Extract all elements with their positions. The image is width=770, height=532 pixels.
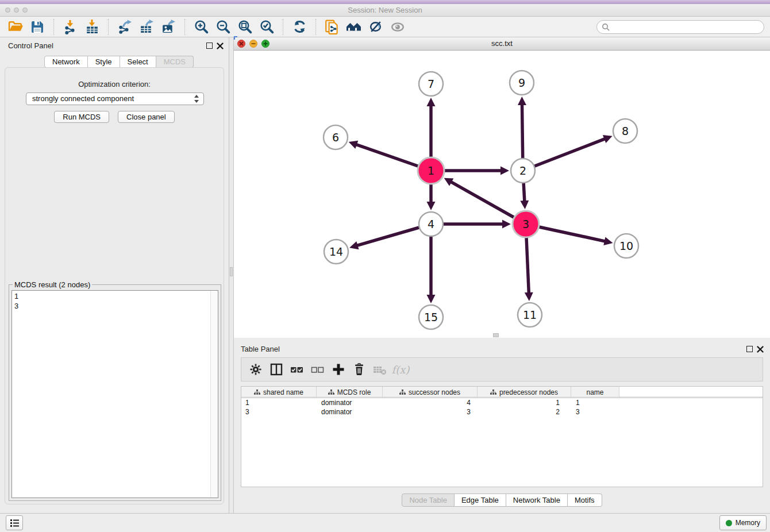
add-column-icon[interactable]: [330, 361, 347, 378]
graph-edge-arrowhead: [500, 167, 509, 175]
table-cell: 3: [241, 407, 317, 417]
mcds-result-title: MCDS result (2 nodes): [13, 280, 92, 289]
column-tree-icon: [399, 390, 406, 395]
main-toolbar: [0, 17, 770, 37]
column-header-predecessor-nodes[interactable]: predecessor nodes: [478, 387, 571, 398]
graph-edge-arrowhead: [525, 292, 533, 301]
search-input[interactable]: [596, 20, 764, 34]
tab-network[interactable]: Network: [44, 56, 88, 68]
table-cell: dominator: [317, 398, 383, 407]
splitter-handle[interactable]: [493, 333, 499, 337]
graph-edge-arrowhead: [603, 237, 613, 245]
tab-edge-table[interactable]: Edge Table: [455, 494, 506, 507]
row-filler: [619, 398, 763, 407]
open-folder-icon[interactable]: [6, 18, 25, 36]
float-table-panel-icon[interactable]: [746, 346, 753, 352]
close-panel-button[interactable]: Close panel: [118, 111, 175, 123]
mcds-panel: Optimization criterion: strongly connect…: [5, 67, 224, 504]
save-icon[interactable]: [28, 18, 47, 36]
select-all-icon[interactable]: [288, 361, 306, 378]
optimization-criterion-dropdown[interactable]: strongly connected component: [26, 92, 204, 105]
import-table-icon[interactable]: [83, 18, 101, 36]
tab-network-table[interactable]: Network Table: [506, 494, 568, 507]
export-network-icon[interactable]: [116, 18, 134, 36]
column-header-name[interactable]: name: [571, 387, 619, 398]
column-header-mcds-role[interactable]: MCDS role: [317, 387, 383, 398]
zoom-out-icon[interactable]: [214, 18, 232, 36]
control-panel-title: Control Panel: [8, 41, 53, 50]
graph-edge-arrowhead: [518, 97, 526, 105]
column-header-successor-nodes[interactable]: successor nodes: [383, 387, 478, 398]
status-bar: Memory: [0, 513, 770, 532]
graph-node-label: 10: [619, 240, 633, 252]
memory-button[interactable]: Memory: [719, 515, 767, 530]
optimization-criterion-label: Optimization criterion:: [5, 80, 224, 88]
graph-node-label: 9: [518, 76, 525, 89]
table-row[interactable]: 3dominator323: [241, 407, 763, 417]
graph-edge-arrowhead: [427, 202, 436, 210]
zoom-in-icon[interactable]: [192, 18, 210, 36]
gear-icon[interactable]: [247, 361, 264, 378]
toolbar-separator: [184, 19, 185, 35]
home-icon[interactable]: [345, 18, 363, 36]
float-panel-icon[interactable]: [206, 43, 213, 49]
table-panel: Table Panel f(x) sh: [234, 341, 770, 513]
tab-style[interactable]: Style: [88, 56, 120, 68]
column-tree-icon: [328, 390, 334, 395]
column-header-shared-name[interactable]: shared name: [241, 387, 317, 398]
table-cell: 1: [571, 398, 619, 407]
table-cell: 4: [383, 398, 478, 407]
network-frame-titlebar[interactable]: scc.txt: [234, 37, 770, 51]
mcds-result-fieldset: MCDS result (2 nodes) 1 3: [9, 284, 221, 501]
graph-node-label: 11: [523, 309, 537, 321]
graph-node-label: 4: [428, 218, 434, 230]
tab-node-table[interactable]: Node Table: [402, 494, 455, 507]
window-title: Session: New Session: [0, 4, 770, 17]
column-view-icon[interactable]: [268, 361, 285, 378]
zoom-fit-icon[interactable]: [236, 18, 254, 36]
control-panel: Control Panel Network Style Select MCDS …: [0, 37, 229, 506]
table-cell: 3: [383, 407, 478, 417]
hide-panels-icon[interactable]: [367, 18, 385, 36]
vertical-splitter[interactable]: [229, 37, 234, 513]
toolbar-separator: [315, 19, 316, 35]
table-cell: 1: [241, 398, 317, 407]
close-table-panel-icon[interactable]: [757, 346, 764, 353]
graph-node-label: 1: [428, 164, 434, 177]
splitter-grip[interactable]: [230, 267, 233, 276]
graph-edge-arrowhead: [520, 201, 529, 209]
export-image-icon[interactable]: [159, 18, 178, 36]
tab-motifs[interactable]: Motifs: [568, 494, 602, 507]
network-canvas[interactable]: 1234678910111415: [234, 51, 770, 338]
table-panel-title: Table Panel: [241, 345, 280, 353]
graph-edge[interactable]: [523, 138, 606, 171]
tab-mcds[interactable]: MCDS: [156, 56, 194, 68]
graph-edge-arrowhead: [427, 98, 436, 106]
clone-network-icon[interactable]: [323, 18, 341, 36]
table-row[interactable]: 1dominator411: [241, 398, 763, 407]
window-top-accent: [0, 0, 770, 4]
search-icon: [602, 23, 610, 32]
header-filler: [619, 387, 763, 398]
zoom-selected-icon[interactable]: [257, 18, 276, 36]
graph-node-label: 2: [519, 164, 526, 177]
network-frame-title: scc.txt: [234, 37, 770, 51]
close-panel-icon[interactable]: [217, 43, 224, 49]
run-mcds-button[interactable]: Run MCDS: [54, 111, 109, 123]
toolbar-separator: [108, 19, 109, 35]
table-tabs: Node Table Edge Table Network Table Moti…: [234, 494, 770, 507]
list-icon: [10, 519, 20, 527]
tab-select[interactable]: Select: [120, 56, 156, 68]
result-scrollbar[interactable]: [210, 291, 218, 498]
graph-node-label: 14: [329, 245, 343, 258]
refresh-icon[interactable]: [290, 18, 309, 36]
delete-column-icon[interactable]: [351, 361, 368, 378]
memory-label: Memory: [736, 519, 760, 527]
mcds-result-text[interactable]: 1 3: [11, 290, 218, 498]
import-network-icon[interactable]: [61, 18, 79, 36]
task-history-button[interactable]: [6, 515, 23, 530]
graph-edge-arrowhead: [427, 295, 436, 303]
deselect-all-icon[interactable]: [309, 361, 326, 378]
network-graph[interactable]: 1234678910111415: [234, 51, 770, 338]
export-table-icon[interactable]: [137, 18, 156, 36]
